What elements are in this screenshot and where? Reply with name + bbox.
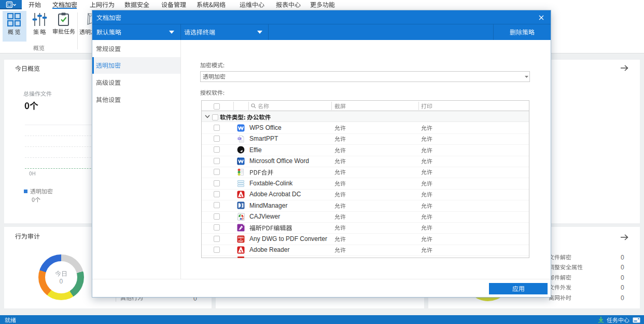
svg-text:DWG: DWG <box>238 236 244 239</box>
svg-text:PDF: PDF <box>239 240 243 242</box>
